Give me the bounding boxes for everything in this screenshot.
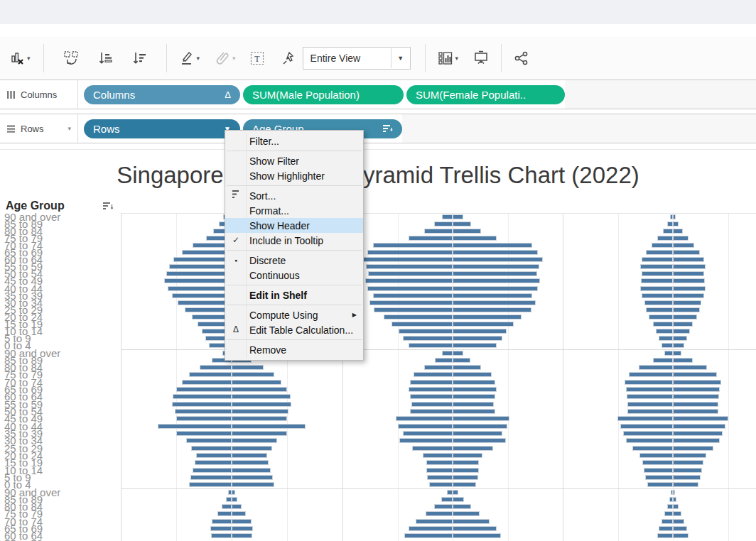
bar-female[interactable]	[232, 453, 267, 458]
bar-male[interactable]	[646, 250, 673, 255]
bar-male[interactable]	[158, 424, 232, 429]
bar-female[interactable]	[232, 409, 288, 414]
bar-female[interactable]	[453, 286, 538, 291]
bar-male[interactable]	[398, 424, 453, 429]
bar-female[interactable]	[453, 504, 471, 509]
bar-female[interactable]	[453, 365, 481, 370]
bar-female[interactable]	[453, 358, 470, 363]
bar-female[interactable]	[453, 453, 482, 458]
bar-male[interactable]	[403, 431, 453, 436]
bar-male[interactable]	[409, 343, 453, 348]
bar-female[interactable]	[673, 511, 681, 516]
bar-female[interactable]	[673, 533, 688, 538]
bar-female[interactable]	[673, 343, 684, 348]
bar-male[interactable]	[659, 526, 673, 531]
bar-female[interactable]	[232, 431, 287, 436]
bar-female[interactable]	[673, 358, 693, 363]
bar-male[interactable]	[369, 300, 453, 305]
bar-male[interactable]	[416, 519, 453, 524]
bar-female[interactable]	[673, 222, 679, 226]
bar-male[interactable]	[662, 519, 673, 524]
bar-female[interactable]	[232, 490, 235, 495]
bar-male[interactable]	[210, 526, 232, 531]
bar-male[interactable]	[412, 446, 453, 451]
bar-female[interactable]	[673, 402, 718, 407]
bar-male[interactable]	[411, 402, 453, 407]
bar-male[interactable]	[667, 504, 673, 509]
bar-female[interactable]	[453, 468, 479, 473]
bar-female[interactable]	[453, 229, 481, 234]
bar-male[interactable]	[426, 511, 453, 516]
bar-male[interactable]	[169, 264, 232, 269]
bar-female[interactable]	[673, 446, 713, 451]
bar-female[interactable]	[673, 307, 700, 312]
bar-male[interactable]	[182, 380, 232, 385]
bar-male[interactable]	[373, 293, 453, 298]
bar-female[interactable]	[453, 460, 479, 465]
bar-male[interactable]	[191, 446, 232, 451]
bar-male[interactable]	[640, 286, 673, 291]
bar-female[interactable]	[673, 322, 693, 327]
bar-female[interactable]	[232, 438, 277, 443]
bar-male[interactable]	[447, 490, 453, 495]
bar-male[interactable]	[403, 336, 453, 341]
bar-female[interactable]	[673, 243, 694, 248]
bar-female[interactable]	[453, 446, 493, 451]
bar-male[interactable]	[644, 468, 673, 473]
bar-female[interactable]	[453, 533, 501, 538]
bar-male[interactable]	[427, 475, 453, 480]
bar-male[interactable]	[365, 278, 453, 283]
bar-female[interactable]	[673, 475, 701, 480]
bar-female[interactable]	[453, 257, 543, 262]
bar-male[interactable]	[626, 438, 673, 443]
bar-male[interactable]	[641, 278, 673, 283]
bar-male[interactable]	[640, 264, 673, 269]
bar-male[interactable]	[384, 315, 453, 319]
bar-male[interactable]	[362, 257, 453, 262]
bar-female[interactable]	[673, 278, 705, 283]
bar-male[interactable]	[176, 431, 232, 436]
bar-female[interactable]	[232, 526, 253, 531]
bar-female[interactable]	[453, 236, 497, 241]
bar-female[interactable]	[673, 329, 690, 334]
bar-female[interactable]	[673, 214, 676, 219]
bar-male[interactable]	[189, 372, 232, 377]
bar-female[interactable]	[453, 278, 540, 283]
bar-male[interactable]	[173, 257, 232, 262]
bar-male[interactable]	[409, 236, 453, 241]
bar-female[interactable]	[232, 416, 287, 421]
bar-male[interactable]	[617, 416, 673, 421]
bar-female[interactable]	[453, 519, 490, 524]
bar-male[interactable]	[410, 380, 453, 385]
bar-male[interactable]	[627, 409, 673, 414]
bar-male[interactable]	[189, 482, 232, 487]
bar-male[interactable]	[620, 424, 673, 429]
bar-female[interactable]	[673, 264, 706, 269]
bar-male[interactable]	[399, 438, 453, 443]
bar-male[interactable]	[662, 343, 673, 348]
bar-female[interactable]	[673, 387, 720, 392]
bar-female[interactable]	[673, 526, 687, 531]
bar-male[interactable]	[222, 504, 232, 509]
bar-female[interactable]	[232, 460, 269, 465]
bar-female[interactable]	[232, 504, 242, 509]
bar-female[interactable]	[453, 243, 532, 248]
bar-male[interactable]	[664, 351, 673, 356]
menu-item-include-in-tooltip[interactable]: ✓Include in Tooltip	[225, 233, 363, 248]
bar-female[interactable]	[673, 482, 698, 487]
bar-female[interactable]	[453, 380, 495, 385]
bar-female[interactable]	[453, 416, 509, 421]
bar-male[interactable]	[195, 460, 232, 465]
bar-male[interactable]	[374, 307, 453, 312]
bar-male[interactable]	[392, 322, 453, 327]
bar-female[interactable]	[453, 315, 522, 319]
bar-female[interactable]	[673, 424, 725, 429]
menu-item-continuous[interactable]: Continuous	[225, 268, 363, 283]
bar-male[interactable]	[168, 286, 232, 291]
bar-female[interactable]	[232, 482, 274, 487]
menu-item-format[interactable]: Format...	[225, 203, 363, 218]
bar-female[interactable]	[453, 336, 502, 341]
bar-male[interactable]	[399, 329, 453, 334]
bar-male[interactable]	[645, 475, 673, 480]
bar-male[interactable]	[623, 431, 673, 436]
